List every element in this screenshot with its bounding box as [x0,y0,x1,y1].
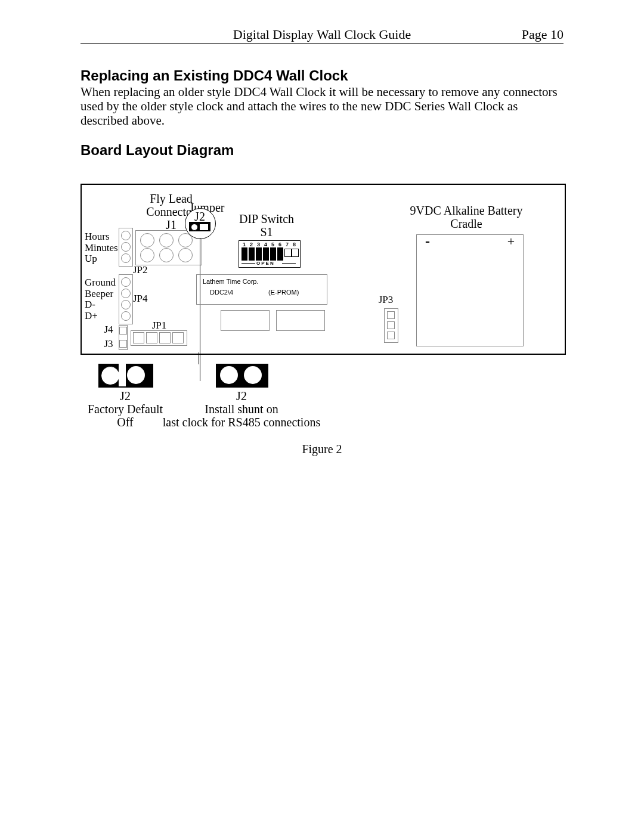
battery-cradle [416,234,524,346]
figure-caption: Figure 2 [0,442,644,456]
j2-on-pin [244,366,262,384]
dip-slider [249,247,255,261]
pin [121,311,131,321]
label-dip-switch: DIP Switch S1 [231,212,302,239]
small-box [221,310,270,331]
label-j2-off-title: J2 [80,389,170,402]
pin [121,253,131,263]
pin [121,277,131,287]
dip-num: 8 [293,241,296,247]
jp3-pad [387,321,395,329]
ic [146,332,157,343]
label-j2-off-l2: Off [80,416,170,429]
eprom-model: DDC2\4 [210,289,233,296]
j1-pin [140,233,154,247]
pin [121,231,131,240]
dip-slider [256,247,262,261]
dip-open-arrow [282,263,296,264]
pin [121,289,131,298]
ic [133,332,144,343]
header-page-number: Page 10 [522,27,564,42]
battery-plus: + [505,234,517,249]
leader-line-ext [199,352,199,364]
dip-num: 6 [278,241,281,247]
j1-pin [140,248,154,262]
board-outline: Fly Lead Connector J1 Jumper J2 DIP Swit… [80,184,566,355]
header-rule [80,43,564,44]
eprom-type: (E-PROM) [268,289,299,296]
label-jp4: JP4 [133,293,157,305]
jp3-pad [387,332,395,339]
dip-open-arrow [242,263,255,264]
jp3-pad [387,311,395,319]
label-jp3: JP3 [374,295,398,306]
j2-off-pin [127,366,145,384]
j4-pad [119,327,127,335]
dip-num: 7 [286,241,289,247]
dip-num: 3 [257,241,260,247]
label-j2-on-l1: Install shunt on [179,402,304,416]
dip-slider [242,247,247,261]
dip-num: 5 [271,241,274,247]
dip-num: 2 [250,241,253,247]
battery-minus: - [422,233,434,249]
label-j2-off-l1: Factory Default [80,402,170,416]
j2-off-gap [119,364,126,386]
label-pins-hours: Hours Minutes Up [85,231,117,265]
ic [172,332,184,343]
dip-num: 1 [243,241,246,247]
heading-replacing: Replacing an Existing DDC4 Wall Clock [80,67,348,84]
label-battery: 9VDC Alkaline Battery Cradle [392,204,541,230]
dip-slider [292,249,299,257]
label-j2-on-title: J2 [185,389,298,402]
pin [121,242,131,252]
label-j3: J3 [100,339,117,350]
dip-slider [284,249,292,257]
dip-open-label: OPEN [256,261,275,266]
j3-pad [119,340,127,348]
heading-board-layout: Board Layout Diagram [80,142,234,159]
eprom-vendor: Lathem Time Corp. [203,278,259,285]
leader-line [200,238,200,381]
j2-on-pin [220,366,238,384]
dip-slider [277,247,283,261]
label-pins-ground: Ground Beeper D- D+ [85,277,117,322]
label-j2: J2 [185,210,215,223]
j1-pin [159,233,174,247]
label-j2-on-l2: last clock for RS485 connections [161,416,322,429]
pin [121,300,131,309]
j2-shunt-pin [199,224,209,231]
ic [159,332,171,343]
dip-num: 4 [264,241,267,247]
label-jp1: JP1 [147,320,171,332]
j1-pin [178,248,193,262]
j1-pin [159,248,174,262]
small-box [276,310,325,331]
dip-slider [270,247,276,261]
j2-off-pin [101,366,120,385]
label-jp2: JP2 [133,265,157,276]
label-j4: J4 [100,324,117,336]
dip-slider [263,247,269,261]
j2-shunt-pin [191,224,198,231]
body-replacing: When replacing an older style DDC4 Wall … [80,85,564,128]
